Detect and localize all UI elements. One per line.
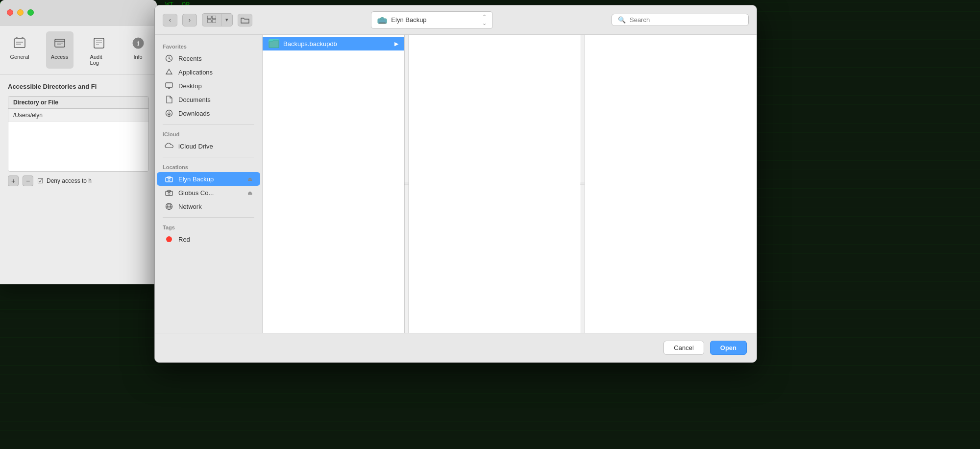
prefs-toolbar: General Access bbox=[0, 25, 157, 75]
recents-icon bbox=[165, 54, 173, 63]
network-icon bbox=[165, 202, 173, 211]
svg-rect-26 bbox=[166, 83, 172, 87]
add-directory-button[interactable]: + bbox=[8, 175, 19, 186]
sidebar-item-red-tag[interactable]: Red bbox=[157, 232, 260, 246]
svg-point-42 bbox=[166, 236, 172, 242]
documents-icon bbox=[165, 95, 173, 104]
sidebar-item-desktop[interactable]: Desktop bbox=[157, 79, 260, 93]
file-open-dialog: ‹ › ▾ bbox=[154, 5, 757, 363]
search-box: 🔍 bbox=[612, 14, 749, 26]
remove-directory-button[interactable]: − bbox=[23, 175, 33, 186]
forward-button[interactable]: › bbox=[182, 14, 197, 26]
view-mode-dropdown[interactable]: ▾ bbox=[221, 15, 232, 25]
sidebar-documents-label: Documents bbox=[178, 96, 211, 103]
toolbar-item-audit[interactable]: Audit Log bbox=[85, 31, 113, 69]
sidebar-item-icloud-drive[interactable]: iCloud Drive bbox=[157, 139, 260, 153]
dialog-body: Favorites Recents Application bbox=[155, 35, 757, 333]
toolbar-access-label: Access bbox=[51, 54, 68, 60]
deny-checkbox-check[interactable]: ☑ bbox=[37, 177, 44, 185]
applications-icon bbox=[165, 68, 173, 76]
toolbar-item-info[interactable]: i Info bbox=[124, 31, 152, 69]
svg-rect-2 bbox=[22, 37, 24, 39]
back-button[interactable]: ‹ bbox=[163, 14, 177, 26]
dialog-toolbar: ‹ › ▾ bbox=[155, 5, 757, 35]
open-button[interactable]: Open bbox=[710, 341, 747, 355]
sidebar-item-downloads[interactable]: Downloads bbox=[157, 106, 260, 120]
prefs-titlebar bbox=[0, 0, 157, 25]
toolbar-audit-label: Audit Log bbox=[90, 54, 108, 66]
sidebar-applications-label: Applications bbox=[178, 69, 213, 76]
svg-rect-17 bbox=[207, 20, 211, 23]
empty-column-3 bbox=[585, 35, 757, 333]
sidebar-item-recents[interactable]: Recents bbox=[157, 51, 260, 65]
elyn-backup-icon bbox=[165, 175, 173, 183]
sidebar-section-locations: Locations bbox=[155, 161, 262, 172]
maximize-button[interactable] bbox=[27, 9, 34, 16]
toolbar-general-label: General bbox=[10, 54, 29, 60]
icloud-drive-icon bbox=[165, 142, 173, 150]
svg-point-35 bbox=[168, 193, 170, 195]
sidebar-section-tags: Tags bbox=[155, 222, 262, 232]
sidebar-item-globus[interactable]: Globus Co... ⏏ bbox=[157, 186, 260, 200]
downloads-icon bbox=[165, 109, 173, 118]
column-divider-2[interactable]: || bbox=[581, 35, 585, 333]
sidebar-item-documents[interactable]: Documents bbox=[157, 93, 260, 106]
sidebar-item-network[interactable]: Network bbox=[157, 200, 260, 213]
toolbar-item-access[interactable]: Access bbox=[46, 31, 74, 69]
dir-table-row[interactable]: /Users/elyn bbox=[8, 109, 148, 122]
sidebar-item-elyn-backup[interactable]: Elyn Backup ⏏ bbox=[157, 172, 260, 186]
audit-log-icon bbox=[90, 34, 108, 52]
dir-table-header: Directory or File bbox=[8, 97, 148, 109]
access-icon bbox=[51, 34, 69, 52]
dir-table-empty bbox=[8, 122, 148, 171]
location-selector[interactable]: Elyn Backup ⌃⌄ bbox=[371, 11, 492, 29]
red-tag-icon bbox=[165, 235, 173, 244]
sidebar-globus-label: Globus Co... bbox=[178, 189, 214, 197]
svg-rect-18 bbox=[212, 20, 216, 23]
svg-rect-16 bbox=[212, 16, 216, 19]
forward-icon: › bbox=[189, 16, 191, 24]
view-mode-button[interactable]: ▾ bbox=[202, 13, 233, 26]
close-button[interactable] bbox=[7, 9, 13, 16]
sidebar-sep-3 bbox=[163, 217, 254, 218]
info-icon: i bbox=[129, 34, 147, 52]
sidebar-red-label: Red bbox=[178, 236, 190, 243]
prefs-section-title: Accessible Directories and Fi bbox=[8, 83, 149, 90]
search-input[interactable] bbox=[630, 16, 742, 24]
backups-folder-icon bbox=[269, 39, 279, 48]
column-divider-1[interactable]: || bbox=[405, 35, 409, 333]
desktop-icon bbox=[165, 81, 173, 90]
main-content: Backups.backupdb ▶ || || bbox=[263, 35, 757, 333]
sidebar-sep-1 bbox=[163, 124, 254, 125]
sidebar-icloud-label: iCloud Drive bbox=[178, 143, 213, 150]
svg-rect-0 bbox=[14, 39, 25, 48]
sidebar-network-label: Network bbox=[178, 203, 202, 210]
location-chevron-icon: ⌃⌄ bbox=[482, 14, 487, 26]
prefs-content: Accessible Directories and Fi Directory … bbox=[0, 75, 157, 200]
elyn-eject-icon[interactable]: ⏏ bbox=[247, 176, 252, 182]
search-icon: 🔍 bbox=[618, 16, 626, 24]
svg-marker-25 bbox=[166, 69, 172, 74]
toolbar-info-label: Info bbox=[133, 54, 142, 60]
dir-actions: + − ☑ Deny access to h bbox=[8, 175, 149, 186]
cancel-button[interactable]: Cancel bbox=[663, 341, 704, 355]
globus-eject-icon[interactable]: ⏏ bbox=[247, 190, 252, 196]
svg-rect-1 bbox=[16, 37, 18, 39]
svg-rect-9 bbox=[94, 38, 104, 48]
svg-text:i: i bbox=[137, 40, 139, 47]
sidebar: Favorites Recents Application bbox=[155, 35, 263, 333]
sidebar-desktop-label: Desktop bbox=[178, 82, 202, 90]
sidebar-sep-2 bbox=[163, 157, 254, 157]
sidebar-item-applications[interactable]: Applications bbox=[157, 65, 260, 79]
location-name: Elyn Backup bbox=[391, 16, 426, 24]
minimize-button[interactable] bbox=[17, 9, 24, 16]
toolbar-item-general[interactable]: General bbox=[5, 31, 34, 69]
empty-column-2 bbox=[409, 35, 581, 333]
sidebar-section-icloud: iCloud bbox=[155, 128, 262, 139]
location-display: Elyn Backup bbox=[377, 16, 426, 24]
directory-table: Directory or File /Users/elyn bbox=[8, 96, 149, 172]
new-folder-button[interactable] bbox=[238, 14, 252, 26]
file-item-backups[interactable]: Backups.backupdb ▶ bbox=[263, 37, 404, 50]
dialog-footer: Cancel Open bbox=[155, 333, 757, 362]
deny-access-row: ☑ Deny access to h bbox=[37, 177, 92, 185]
